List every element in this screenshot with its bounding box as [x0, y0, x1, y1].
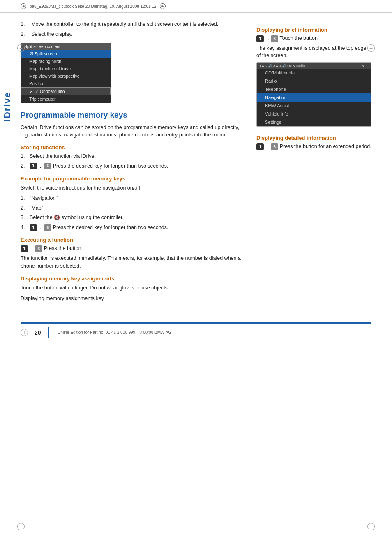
executing-keys-text: Press the button. [44, 246, 83, 252]
programmable-keys-heading: Programmable memory keys [21, 111, 244, 120]
corner-mark-tl [17, 44, 25, 52]
storing-step-2: 2. 1 ... 6 Press the desired key for lon… [21, 163, 244, 170]
executing-para: The function is executed immediately. Th… [21, 254, 244, 269]
right-menu-telephone: Telephone [257, 85, 371, 93]
key-group-detailed: 1 ... 6 [256, 143, 278, 150]
key-6-badge: 6 [44, 163, 51, 169]
brief-heading: Displaying brief information [256, 27, 371, 33]
top-bar: ⊕ ba8_E9293M3_cic.book Seite 20 Dienstag… [0, 0, 392, 13]
storing-step-2-keys: 1 ... 6 Press the desired key for longer… [30, 163, 168, 170]
intro-steps: 1. Move the controller to the right repe… [21, 21, 244, 38]
screenshot-item-onboard: ✓ Onboard info [21, 87, 111, 95]
corner-mark-tr [367, 44, 375, 52]
screenshot-item-position: Position [21, 80, 111, 87]
ex-step-1-num: 1. [21, 195, 27, 202]
example-step-3: 3. Select the 🔇 symbol using the control… [21, 214, 244, 222]
key-6-badge-3: 6 [35, 245, 42, 252]
idrive-label: iDrive [0, 66, 15, 148]
example-step-2: 2. "Map" [21, 205, 244, 212]
right-screenshot: 1⚙ 2🔊 3⚙ 4🔊 USB audio 5 — CD/Multimedia … [256, 62, 371, 127]
key-6-detailed: 6 [271, 143, 278, 150]
key-group-brief: 1 ... 6 [256, 35, 278, 42]
key-group-3: 1 ... 6 [21, 245, 42, 252]
ex-step-3-num: 3. [21, 214, 27, 222]
storing-step-1: 1. Select the function via iDrive. [21, 153, 244, 160]
right-column: Displaying brief information 1 ... 6 Tou… [256, 21, 371, 305]
key-1-badge: 1 [30, 163, 37, 169]
intro-step-1-text: Move the controller to the right repeate… [31, 21, 218, 28]
brief-para: The key assignment is displayed at the t… [256, 44, 371, 59]
storing-step-1-num: 1. [21, 153, 27, 160]
key-group-2: 1 ... 6 [30, 224, 51, 231]
key-ellipsis: ... [39, 163, 42, 169]
footer-blue-bar [48, 327, 49, 338]
key-1-badge-3: 1 [21, 245, 28, 252]
page-divider [21, 314, 371, 314]
detailed-keys-line: 1 ... 6 Press the button for an extended… [256, 143, 371, 150]
right-menu-cd: CD/Multimedia [257, 69, 371, 77]
split-screen-screenshot: Split screen content ☑ Split screen Map … [21, 43, 111, 103]
ex-step-4-keys: 1 ... 6 Press the desired key for longer… [30, 224, 168, 231]
key-1-brief: 1 [256, 35, 264, 42]
ex-step-4-text: Press the desired key for longer than tw… [53, 224, 168, 230]
storing-step-2-num: 2. [21, 163, 27, 170]
key-1-detailed: 1 [256, 143, 264, 150]
ex-step-1-text: "Navigation" [30, 195, 58, 202]
ex-step-2-text: "Map" [30, 205, 43, 212]
intro-step-2: 2. Select the display. [21, 31, 244, 38]
displaying-assignments-para: Touch the button with a finger. Do not w… [21, 284, 244, 291]
storing-step-1-text: Select the function via iDrive. [30, 153, 96, 160]
right-screenshot-topbar: 1⚙ 2🔊 3⚙ 4🔊 USB audio 5 — [257, 63, 371, 69]
intro-paragraph: Certain iDrive functions can be stored o… [21, 124, 244, 139]
executing-heading: Executing a function [21, 237, 244, 243]
screenshot-item-split-screen: ☑ Split screen [21, 50, 111, 58]
right-menu-radio: Radio [257, 77, 371, 85]
left-column: 1. Move the controller to the right repe… [21, 21, 244, 305]
screenshot-title: Split screen content [21, 43, 111, 50]
top-bar-numbers: 1⚙ 2🔊 3⚙ 4🔊 USB audio [259, 64, 305, 68]
detailed-heading: Displaying detailed information [256, 135, 371, 141]
example-step-4: 4. 1 ... 6 Press the desired key for lon… [21, 224, 244, 231]
screenshot-item-map-north: Map facing north [21, 58, 111, 65]
screenshot-item-map-perspective: Map view with perspective [21, 72, 111, 80]
step-num-2: 2. [21, 31, 28, 38]
corner-mark-br [367, 523, 375, 530]
right-menu-vehicle: Vehicle info [257, 110, 371, 118]
storing-functions-heading: Storing functions [21, 144, 244, 150]
key-group-1: 1 ... 6 [30, 163, 51, 169]
storing-step-2-text: Press the desired key for longer than tw… [53, 163, 168, 169]
screenshot-item-trip: Trip computer [21, 95, 111, 103]
page-number: 20 [35, 329, 41, 336]
key-ellipsis-detailed: ... [265, 144, 269, 149]
right-menu-settings: Settings [257, 118, 371, 126]
footer-text: Online Edition for Part no. 01 41 2 600 … [58, 330, 172, 335]
displaying-assignments-key-text: Displaying memory assignments key = [21, 295, 244, 302]
intro-step-2-text: Select the display. [31, 31, 73, 38]
page-footer: 20 Online Edition for Part no. 01 41 2 6… [21, 322, 371, 338]
key-ellipsis-brief: ... [265, 36, 269, 41]
ex-step-3-text: Select the 🔇 symbol using the controller… [30, 214, 124, 222]
detailed-instruction: Press the button for an extended period. [280, 144, 371, 150]
right-menu-bmw: BMW Assist [257, 102, 371, 110]
step-num-1: 1. [21, 21, 28, 28]
brief-keys-line: 1 ... 6 Touch the button. [256, 35, 371, 42]
executing-keys-line: 1 ... 6 Press the button. [21, 245, 244, 252]
brief-instruction: Touch the button. [279, 35, 319, 41]
key-1-badge-2: 1 [30, 224, 37, 231]
example-intro: Switch the voice instructions for the na… [21, 184, 244, 192]
key-6-badge-2: 6 [44, 224, 51, 231]
example-heading: Example for programmable memory keys [21, 176, 244, 182]
screenshot-item-map-direction: Map direction of travel [21, 65, 111, 72]
key-6-brief: 6 [271, 35, 278, 42]
compass-icon: ⊕ [21, 3, 26, 9]
ex-step-2-num: 2. [21, 205, 27, 212]
footer-corner-mark [21, 329, 28, 336]
corner-mark-bl [17, 523, 25, 530]
ex-step-4-num: 4. [21, 224, 27, 231]
key-ellipsis-3: ... [30, 246, 33, 251]
right-menu-navigation: Navigation [257, 93, 371, 102]
key-ellipsis-2: ... [39, 224, 42, 231]
top-bar-text: ba8_E9293M3_cic.book Seite 20 Dienstag, … [30, 4, 157, 9]
example-step-1: 1. "Navigation" [21, 195, 244, 202]
top-bar-num5: 5 — [362, 64, 369, 68]
